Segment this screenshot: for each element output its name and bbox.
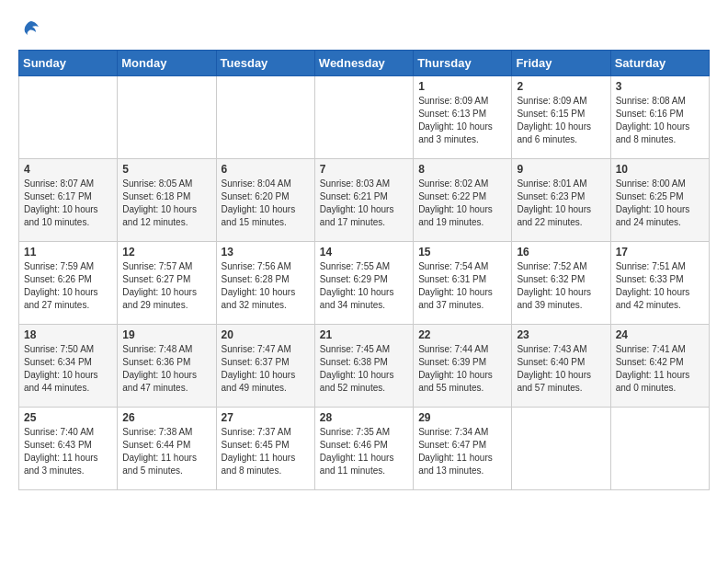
logo-bird-icon [20, 18, 42, 40]
calendar-cell: 9Sunrise: 8:01 AM Sunset: 6:23 PM Daylig… [512, 159, 610, 242]
day-number: 24 [616, 328, 704, 341]
cell-info: Sunrise: 7:57 AM Sunset: 6:27 PM Dayligh… [122, 260, 210, 312]
calendar-cell: 12Sunrise: 7:57 AM Sunset: 6:27 PM Dayli… [118, 242, 216, 325]
day-number: 11 [24, 246, 112, 259]
calendar-cell: 3Sunrise: 8:08 AM Sunset: 6:16 PM Daylig… [610, 76, 709, 159]
calendar-cell: 18Sunrise: 7:50 AM Sunset: 6:34 PM Dayli… [19, 325, 118, 408]
calendar-cell [216, 76, 314, 159]
day-number: 27 [222, 411, 310, 424]
day-number: 13 [222, 246, 310, 259]
cell-info: Sunrise: 7:45 AM Sunset: 6:38 PM Dayligh… [320, 343, 408, 395]
cell-info: Sunrise: 8:08 AM Sunset: 6:16 PM Dayligh… [616, 95, 704, 146]
cell-info: Sunrise: 8:07 AM Sunset: 6:17 PM Dayligh… [24, 178, 112, 229]
day-number: 25 [24, 411, 112, 424]
cell-info: Sunrise: 7:38 AM Sunset: 6:44 PM Dayligh… [122, 426, 210, 477]
cell-info: Sunrise: 7:59 AM Sunset: 6:26 PM Dayligh… [24, 260, 112, 312]
day-number: 10 [616, 163, 704, 176]
calendar-cell: 20Sunrise: 7:47 AM Sunset: 6:37 PM Dayli… [216, 325, 314, 408]
cell-info: Sunrise: 7:47 AM Sunset: 6:37 PM Dayligh… [222, 343, 310, 395]
calendar-cell: 19Sunrise: 7:48 AM Sunset: 6:36 PM Dayli… [118, 325, 216, 408]
calendar-cell: 17Sunrise: 7:51 AM Sunset: 6:33 PM Dayli… [610, 242, 709, 325]
calendar-cell: 4Sunrise: 8:07 AM Sunset: 6:17 PM Daylig… [19, 159, 118, 242]
cell-info: Sunrise: 8:02 AM Sunset: 6:22 PM Dayligh… [418, 178, 506, 229]
day-number: 8 [418, 163, 506, 176]
column-header-saturday: Saturday [610, 51, 709, 76]
day-number: 23 [517, 328, 605, 341]
day-number: 6 [222, 163, 310, 176]
calendar-cell: 14Sunrise: 7:55 AM Sunset: 6:29 PM Dayli… [314, 242, 413, 325]
cell-info: Sunrise: 8:01 AM Sunset: 6:23 PM Dayligh… [517, 178, 605, 229]
cell-info: Sunrise: 7:37 AM Sunset: 6:45 PM Dayligh… [222, 426, 310, 477]
calendar-cell [19, 76, 118, 159]
day-number: 28 [320, 411, 408, 424]
calendar-cell: 10Sunrise: 8:00 AM Sunset: 6:25 PM Dayli… [610, 159, 709, 242]
calendar-cell: 1Sunrise: 8:09 AM Sunset: 6:13 PM Daylig… [414, 76, 512, 159]
day-number: 22 [418, 328, 506, 341]
column-header-sunday: Sunday [19, 51, 118, 76]
cell-info: Sunrise: 7:52 AM Sunset: 6:32 PM Dayligh… [517, 260, 605, 312]
day-number: 26 [122, 411, 210, 424]
cell-info: Sunrise: 7:56 AM Sunset: 6:28 PM Dayligh… [222, 260, 310, 312]
day-number: 18 [24, 328, 112, 341]
day-number: 19 [122, 328, 210, 341]
column-header-wednesday: Wednesday [314, 51, 413, 76]
page-header [18, 18, 710, 40]
day-number: 4 [24, 163, 112, 176]
cell-info: Sunrise: 7:41 AM Sunset: 6:42 PM Dayligh… [616, 343, 704, 395]
calendar-cell: 2Sunrise: 8:09 AM Sunset: 6:15 PM Daylig… [512, 76, 610, 159]
cell-info: Sunrise: 8:09 AM Sunset: 6:13 PM Dayligh… [418, 95, 506, 146]
cell-info: Sunrise: 7:48 AM Sunset: 6:36 PM Dayligh… [122, 343, 210, 395]
day-number: 1 [418, 80, 506, 93]
calendar-cell: 22Sunrise: 7:44 AM Sunset: 6:39 PM Dayli… [414, 325, 512, 408]
day-number: 17 [616, 246, 704, 259]
day-number: 12 [122, 246, 210, 259]
calendar-cell: 7Sunrise: 8:03 AM Sunset: 6:21 PM Daylig… [314, 159, 413, 242]
day-number: 20 [222, 328, 310, 341]
cell-info: Sunrise: 7:40 AM Sunset: 6:43 PM Dayligh… [24, 426, 112, 477]
calendar-cell [512, 408, 610, 490]
day-number: 16 [517, 246, 605, 259]
logo [18, 18, 42, 40]
day-number: 14 [320, 246, 408, 259]
calendar-cell: 8Sunrise: 8:02 AM Sunset: 6:22 PM Daylig… [414, 159, 512, 242]
cell-info: Sunrise: 8:04 AM Sunset: 6:20 PM Dayligh… [222, 178, 310, 229]
day-number: 5 [122, 163, 210, 176]
day-number: 9 [517, 163, 605, 176]
cell-info: Sunrise: 7:34 AM Sunset: 6:47 PM Dayligh… [418, 426, 506, 477]
calendar-cell [610, 408, 709, 490]
day-number: 2 [517, 80, 605, 93]
cell-info: Sunrise: 8:00 AM Sunset: 6:25 PM Dayligh… [616, 178, 704, 229]
calendar-table: SundayMondayTuesdayWednesdayThursdayFrid… [18, 50, 710, 490]
calendar-cell: 15Sunrise: 7:54 AM Sunset: 6:31 PM Dayli… [414, 242, 512, 325]
calendar-cell: 29Sunrise: 7:34 AM Sunset: 6:47 PM Dayli… [414, 408, 512, 490]
column-header-monday: Monday [118, 51, 216, 76]
cell-info: Sunrise: 7:51 AM Sunset: 6:33 PM Dayligh… [616, 260, 704, 312]
calendar-cell: 21Sunrise: 7:45 AM Sunset: 6:38 PM Dayli… [314, 325, 413, 408]
cell-info: Sunrise: 7:50 AM Sunset: 6:34 PM Dayligh… [24, 343, 112, 395]
day-number: 21 [320, 328, 408, 341]
calendar-cell: 16Sunrise: 7:52 AM Sunset: 6:32 PM Dayli… [512, 242, 610, 325]
calendar-cell: 26Sunrise: 7:38 AM Sunset: 6:44 PM Dayli… [118, 408, 216, 490]
calendar-cell [118, 76, 216, 159]
cell-info: Sunrise: 7:44 AM Sunset: 6:39 PM Dayligh… [418, 343, 506, 395]
column-header-thursday: Thursday [414, 51, 512, 76]
cell-info: Sunrise: 8:03 AM Sunset: 6:21 PM Dayligh… [320, 178, 408, 229]
day-number: 3 [616, 80, 704, 93]
calendar-cell: 13Sunrise: 7:56 AM Sunset: 6:28 PM Dayli… [216, 242, 314, 325]
day-number: 29 [418, 411, 506, 424]
day-number: 15 [418, 246, 506, 259]
cell-info: Sunrise: 7:35 AM Sunset: 6:46 PM Dayligh… [320, 426, 408, 477]
calendar-cell [314, 76, 413, 159]
calendar-cell: 25Sunrise: 7:40 AM Sunset: 6:43 PM Dayli… [19, 408, 118, 490]
column-header-friday: Friday [512, 51, 610, 76]
day-number: 7 [320, 163, 408, 176]
cell-info: Sunrise: 7:55 AM Sunset: 6:29 PM Dayligh… [320, 260, 408, 312]
column-header-tuesday: Tuesday [216, 51, 314, 76]
cell-info: Sunrise: 8:05 AM Sunset: 6:18 PM Dayligh… [122, 178, 210, 229]
cell-info: Sunrise: 7:54 AM Sunset: 6:31 PM Dayligh… [418, 260, 506, 312]
cell-info: Sunrise: 8:09 AM Sunset: 6:15 PM Dayligh… [517, 95, 605, 146]
calendar-cell: 6Sunrise: 8:04 AM Sunset: 6:20 PM Daylig… [216, 159, 314, 242]
calendar-cell: 5Sunrise: 8:05 AM Sunset: 6:18 PM Daylig… [118, 159, 216, 242]
calendar-cell: 27Sunrise: 7:37 AM Sunset: 6:45 PM Dayli… [216, 408, 314, 490]
cell-info: Sunrise: 7:43 AM Sunset: 6:40 PM Dayligh… [517, 343, 605, 395]
